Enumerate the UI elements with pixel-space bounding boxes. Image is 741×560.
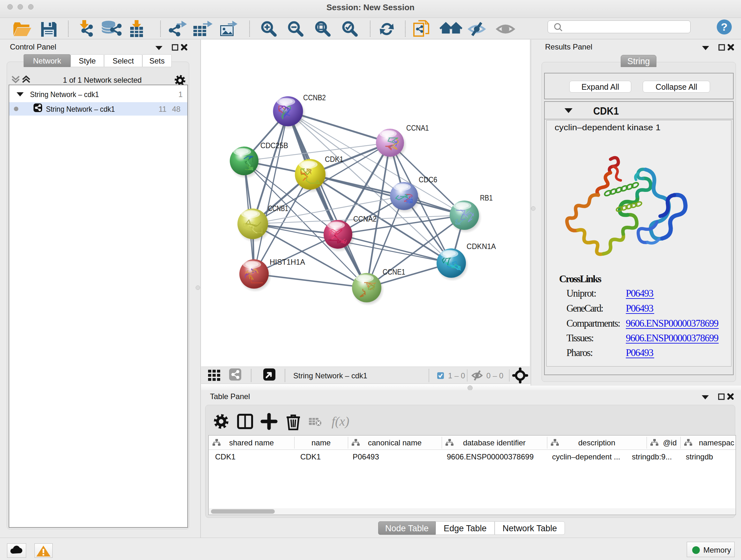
svg-text:9606.ENSP00000378699: 9606.ENSP00000378699 [626,318,719,329]
svg-text:CDK1: CDK1 [593,105,619,117]
svg-text:Uniprot:: Uniprot: [566,288,596,299]
svg-text:Pharos:: Pharos: [566,347,593,358]
svg-text:1: 1 [179,90,183,99]
svg-text:P06493: P06493 [626,288,654,299]
svg-text:0 – 0: 0 – 0 [486,371,503,380]
svg-text:9606.ENSP00000378699: 9606.ENSP00000378699 [626,332,719,344]
svg-text:CCNB2: CCNB2 [303,93,326,102]
svg-text:1 of 1 Network selected: 1 of 1 Network selected [63,76,142,84]
svg-text:CDC25B: CDC25B [260,141,288,150]
svg-text:Compartments:: Compartments: [566,318,620,329]
svg-text:P06493: P06493 [626,347,654,358]
svg-text:CrossLinks: CrossLinks [559,273,602,285]
svg-text:CCNA2: CCNA2 [353,214,377,223]
svg-text:Tissues:: Tissues: [566,332,594,344]
svg-text:HIST1H1A: HIST1H1A [270,258,305,266]
svg-text:GeneCard:: GeneCard: [566,303,603,314]
svg-text:48: 48 [172,105,181,113]
svg-text:1 – 0: 1 – 0 [448,371,465,380]
svg-text:CDC6: CDC6 [419,175,437,184]
svg-text:f(x): f(x) [332,414,349,428]
svg-text:CCNE1: CCNE1 [383,267,405,276]
svg-text:String Network – cdk1: String Network – cdk1 [30,90,99,99]
svg-text:11: 11 [158,105,166,113]
svg-text:CDKN1A: CDKN1A [467,242,496,251]
svg-text:CCNA1: CCNA1 [406,124,429,132]
svg-text:RB1: RB1 [480,193,493,202]
svg-text:cyclin–dependent kinase 1: cyclin–dependent kinase 1 [555,123,661,132]
svg-text:CDK1: CDK1 [325,155,343,164]
svg-text:CCNB1: CCNB1 [268,204,288,212]
svg-text:P06493: P06493 [626,303,654,314]
svg-text:String Network – cdk1: String Network – cdk1 [293,371,367,380]
svg-text:String Network – cdk1: String Network – cdk1 [46,105,115,113]
